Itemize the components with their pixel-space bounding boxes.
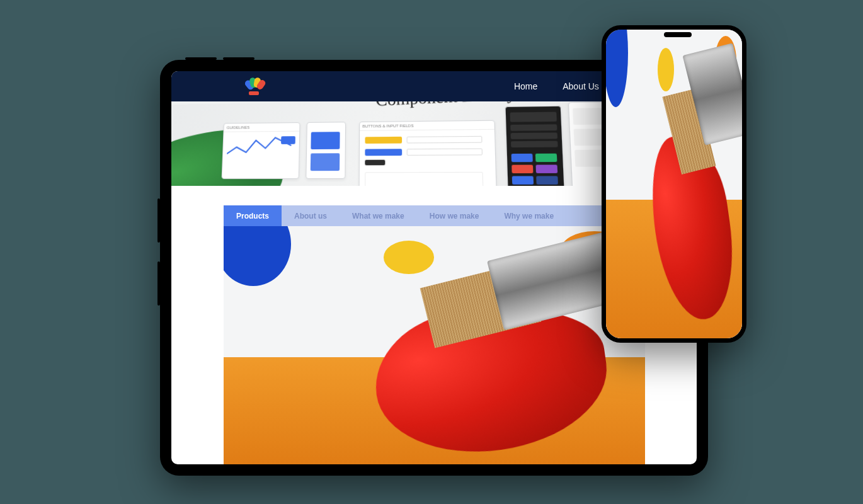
nav-about[interactable]: About Us xyxy=(563,81,599,91)
tab-products[interactable]: Products xyxy=(224,205,282,226)
tablet-side-button-a[interactable] xyxy=(157,198,160,243)
phone-screen: Component Library BUTTONS & INPUT FIELDS… xyxy=(606,30,742,338)
hero-card-guidelines-label: GUIDELINES xyxy=(224,123,299,132)
phone-panel-image xyxy=(610,222,738,283)
tab-how-we-make[interactable]: How we make xyxy=(417,205,492,226)
tab-why-we-make[interactable]: Why we make xyxy=(491,205,566,226)
tab-about-us[interactable]: About us xyxy=(282,205,340,226)
tablet-volume-up[interactable] xyxy=(185,57,217,60)
tablet-panel-image xyxy=(241,241,633,323)
hero-card-section-label: BUTTONS & INPUT FIELDS xyxy=(360,121,494,131)
brand-logo-icon[interactable] xyxy=(247,77,262,95)
nav-home[interactable]: Home xyxy=(514,81,537,91)
tablet-tab-panel: Lorem ipsum dolor sit amet, consectetur … xyxy=(224,226,645,464)
tablet-volume-down[interactable] xyxy=(223,57,254,60)
tablet-tabbar: Products About us What we make How we ma… xyxy=(224,205,645,226)
tablet-side-button-b[interactable] xyxy=(157,261,160,306)
hero-title: Component Library xyxy=(375,101,516,110)
tab-what-we-make[interactable]: What we make xyxy=(340,205,417,226)
phone-device: Component Library BUTTONS & INPUT FIELDS… xyxy=(602,25,746,343)
phone-notch xyxy=(664,32,692,37)
